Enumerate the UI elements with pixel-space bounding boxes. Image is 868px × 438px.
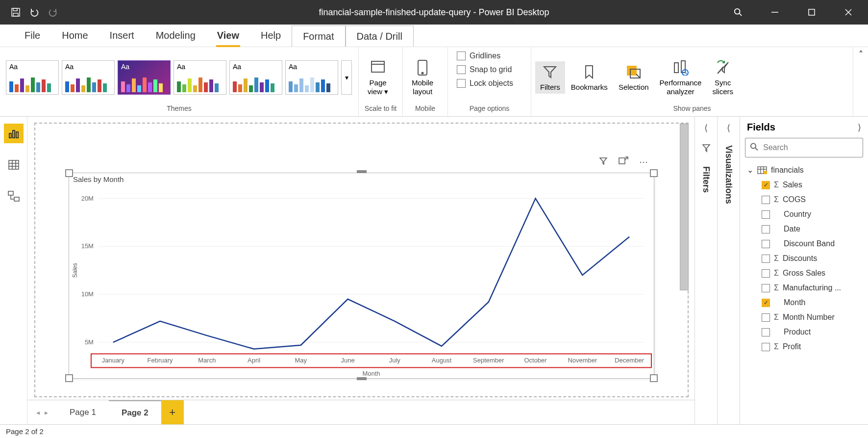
visualizations-pane-label: Visualizations <box>723 143 734 204</box>
svg-rect-1 <box>13 8 17 11</box>
chevron-left-icon[interactable]: ⟨ <box>704 123 708 133</box>
performance-button[interactable]: Performance analyzer <box>655 57 707 98</box>
theme-6[interactable]: Aa <box>285 60 338 95</box>
theme-2[interactable]: Aa <box>62 60 115 95</box>
svg-rect-18 <box>13 130 15 138</box>
minimize-icon[interactable] <box>770 7 780 17</box>
checkbox[interactable] <box>762 240 770 248</box>
field-month[interactable]: ✓Month <box>745 295 865 310</box>
fields-search-input[interactable] <box>745 138 863 157</box>
fields-pane: Fields ⟩ ⌄financials✓ΣSalesΣCOGSCountryD… <box>740 117 868 424</box>
field-date[interactable]: Date <box>745 222 865 236</box>
page-tab-1[interactable]: Page 1 <box>57 400 109 424</box>
checkbox[interactable] <box>762 313 770 322</box>
report-page[interactable]: ⋯ Sales by Month 5M10M15M20MJanuaryFebru… <box>34 123 689 397</box>
chk-lock[interactable]: Lock objects <box>455 77 515 89</box>
sigma-icon: Σ <box>774 342 779 351</box>
svg-text:April: April <box>248 357 260 364</box>
tab-file[interactable]: File <box>14 25 51 47</box>
search-icon[interactable] <box>733 7 743 17</box>
report-canvas[interactable]: ⋯ Sales by Month 5M10M15M20MJanuaryFebru… <box>27 117 694 400</box>
field-sales[interactable]: ✓ΣSales <box>745 178 865 192</box>
tab-data-drill[interactable]: Data / Drill <box>346 26 414 47</box>
scrollbar[interactable] <box>680 124 689 290</box>
checkbox[interactable]: ✓ <box>762 299 770 307</box>
svg-rect-14 <box>674 63 678 73</box>
themes-dropdown[interactable]: ▾ <box>341 60 352 95</box>
chk-snap[interactable]: Snap to grid <box>455 64 514 76</box>
filters-pane-collapsed[interactable]: ⟨ Filters <box>694 117 717 424</box>
svg-rect-26 <box>14 197 19 201</box>
chk-gridlines[interactable]: Gridlines <box>455 50 502 62</box>
bookmarks-button[interactable]: Bookmarks <box>566 61 613 94</box>
field-manufacturing-[interactable]: ΣManufacturing ... <box>745 281 865 295</box>
tab-view[interactable]: View <box>206 25 250 47</box>
view-switcher <box>0 117 27 424</box>
theme-3[interactable]: Aa <box>118 60 171 95</box>
checkbox[interactable] <box>762 210 770 219</box>
svg-text:5M: 5M <box>85 338 94 346</box>
visual-focus-icon[interactable] <box>619 156 628 167</box>
page-view-button[interactable]: Page view ▾ <box>363 57 393 98</box>
field-month-number[interactable]: ΣMonth Number <box>745 310 865 325</box>
checkbox[interactable] <box>762 328 770 336</box>
sigma-icon: Σ <box>774 269 779 278</box>
theme-1[interactable]: Aa <box>6 60 59 95</box>
save-icon[interactable] <box>11 7 21 17</box>
field-discounts[interactable]: ΣDiscounts <box>745 251 865 266</box>
filters-button[interactable]: Filters <box>535 61 565 94</box>
svg-text:Sales: Sales <box>72 263 78 278</box>
field-cogs[interactable]: ΣCOGS <box>745 192 865 207</box>
svg-text:December: December <box>615 357 645 364</box>
page-tab-2[interactable]: Page 2 <box>109 400 161 424</box>
fields-tree: ⌄financials✓ΣSalesΣCOGSCountryDateDiscou… <box>740 157 868 354</box>
maximize-icon[interactable] <box>807 7 817 17</box>
report-view-button[interactable] <box>4 124 24 143</box>
field-profit[interactable]: ΣProfit <box>745 339 865 354</box>
tab-format[interactable]: Format <box>292 26 345 47</box>
close-icon[interactable] <box>843 7 853 17</box>
theme-4[interactable]: Aa <box>174 60 226 95</box>
collapse-ribbon-icon[interactable]: ˄ <box>853 47 868 116</box>
checkbox[interactable] <box>762 343 770 351</box>
sync-slicers-button[interactable]: Sync slicers <box>707 57 738 98</box>
line-chart-visual[interactable]: ⋯ Sales by Month 5M10M15M20MJanuaryFebru… <box>69 173 654 379</box>
undo-icon[interactable] <box>29 7 39 17</box>
chevron-right-icon[interactable]: ⟩ <box>858 122 861 133</box>
tab-modeling[interactable]: Modeling <box>145 25 206 47</box>
visual-more-icon[interactable]: ⋯ <box>639 156 649 167</box>
theme-5[interactable]: Aa <box>229 60 282 95</box>
field-discount-band[interactable]: Discount Band <box>745 236 865 251</box>
chevron-left-icon[interactable]: ⟨ <box>727 123 730 133</box>
title-bar: financial-sample-finished-update-query -… <box>0 0 868 25</box>
page-nav[interactable]: ◂▸ <box>27 400 57 424</box>
visual-filter-icon[interactable] <box>599 156 608 167</box>
visualizations-pane-collapsed[interactable]: ⟨ Visualizations <box>717 117 740 424</box>
bookmark-icon <box>580 63 598 81</box>
checkbox[interactable] <box>762 255 770 263</box>
mobile-layout-button[interactable]: Mobile layout <box>407 57 438 98</box>
tab-help[interactable]: Help <box>250 25 292 47</box>
selection-button[interactable]: Selection <box>614 61 654 94</box>
checkbox[interactable] <box>762 269 770 278</box>
tab-insert[interactable]: Insert <box>99 25 145 47</box>
tab-home[interactable]: Home <box>51 25 99 47</box>
svg-rect-20 <box>9 160 19 169</box>
table-financials[interactable]: ⌄financials <box>745 162 865 178</box>
checkbox[interactable]: ✓ <box>762 181 770 189</box>
group-mobile-label: Mobile <box>407 104 444 116</box>
checkbox[interactable] <box>762 284 770 292</box>
add-page-button[interactable]: + <box>161 400 184 424</box>
search-icon <box>750 143 759 153</box>
field-product[interactable]: Product <box>745 325 865 339</box>
model-view-button[interactable] <box>4 186 24 206</box>
data-view-button[interactable] <box>4 155 24 175</box>
checkbox[interactable] <box>762 196 770 204</box>
field-gross-sales[interactable]: ΣGross Sales <box>745 266 865 281</box>
svg-rect-51 <box>357 170 367 173</box>
field-country[interactable]: Country <box>745 207 865 222</box>
checkbox[interactable] <box>762 225 770 233</box>
redo-icon[interactable] <box>48 7 58 17</box>
page-view-label: Page view <box>368 78 387 96</box>
group-themes-label: Themes <box>4 104 354 116</box>
